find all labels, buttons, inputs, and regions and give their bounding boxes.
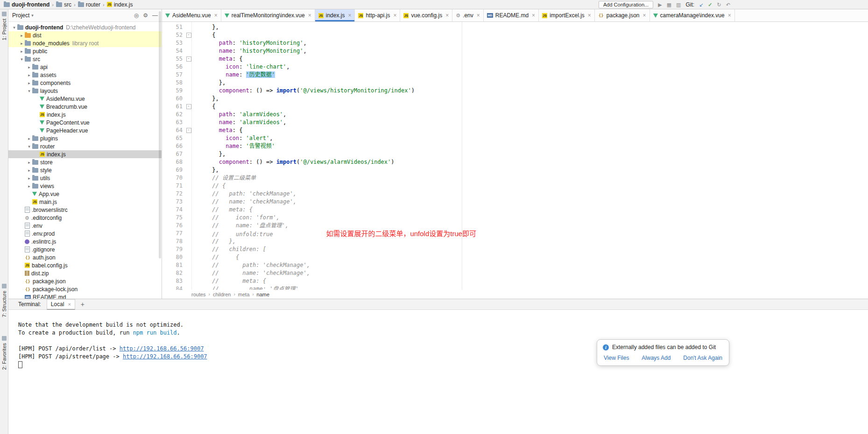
editor-tab[interactable]: importExcel.js×: [539, 9, 595, 21]
terminal-link[interactable]: http://192.168.66.56:9007: [123, 353, 207, 360]
chevron-expanded-icon[interactable]: ▾: [11, 25, 17, 30]
project-scrollbar[interactable]: [159, 11, 161, 259]
line-number[interactable]: 53: [162, 39, 185, 47]
close-tab-icon[interactable]: ×: [532, 12, 535, 19]
tree-item[interactable]: .env: [8, 222, 162, 230]
line-number[interactable]: 84: [162, 285, 185, 290]
tree-item[interactable]: PageHeader.vue: [8, 126, 162, 134]
tree-item[interactable]: ▸plugins: [8, 134, 162, 142]
terminal-output[interactable]: Note that the development build is not o…: [8, 310, 868, 434]
notification-action[interactable]: Always Add: [642, 355, 670, 361]
chevron-collapsed-icon[interactable]: ▸: [26, 160, 32, 165]
line-number[interactable]: 68: [162, 158, 185, 166]
add-configuration-button[interactable]: Add Configuration...: [599, 1, 653, 8]
notification-action[interactable]: View Files: [604, 355, 629, 361]
tree-item[interactable]: ▸node_moduleslibrary root: [8, 39, 162, 47]
chevron-collapsed-icon[interactable]: ▸: [26, 136, 32, 141]
tree-item[interactable]: ▸style: [8, 166, 162, 174]
tree-item[interactable]: .gitignore: [8, 245, 162, 253]
tree-item[interactable]: README.md: [8, 293, 162, 299]
line-number[interactable]: 70: [162, 174, 185, 182]
profiler-icon[interactable]: ▥: [676, 2, 681, 7]
tree-item[interactable]: main.js: [8, 198, 162, 206]
line-number[interactable]: 58: [162, 79, 185, 87]
line-number[interactable]: 67: [162, 150, 185, 158]
chevron-expanded-icon[interactable]: ▾: [26, 89, 32, 93]
tool-window-button-structure[interactable]: 7: Structure: [0, 284, 8, 317]
fold-marker-icon[interactable]: -: [185, 126, 192, 134]
editor-tab[interactable]: cameraManage\index.vue×: [650, 9, 735, 21]
tree-item[interactable]: ▸store: [8, 158, 162, 166]
chevron-collapsed-icon[interactable]: ▸: [26, 81, 32, 85]
tree-item[interactable]: .eslintrc.js: [8, 238, 162, 245]
line-number[interactable]: 75: [162, 214, 185, 222]
line-number[interactable]: 73: [162, 198, 185, 206]
close-tab-icon[interactable]: ×: [348, 12, 351, 19]
tree-item[interactable]: dist.zip: [8, 269, 162, 277]
git-commit-icon[interactable]: ✓: [708, 2, 712, 7]
git-update-icon[interactable]: ↙: [699, 2, 703, 7]
line-number[interactable]: 59: [162, 87, 185, 95]
editor-breadcrumb-item[interactable]: meta: [238, 292, 249, 297]
line-number[interactable]: 76: [162, 222, 185, 230]
line-number[interactable]: 54: [162, 47, 185, 55]
breadcrumb-item[interactable]: router: [78, 1, 100, 8]
chevron-collapsed-icon[interactable]: ▸: [19, 49, 25, 54]
close-tab-icon[interactable]: ×: [308, 12, 311, 19]
breadcrumb-item[interactable]: duoji-frontend: [4, 1, 49, 8]
tool-window-button-project[interactable]: 1: Project: [0, 12, 8, 40]
editor-tab[interactable]: .env×: [452, 9, 484, 21]
editor-tab[interactable]: index.js×: [315, 9, 355, 21]
breadcrumb-item[interactable]: src: [56, 1, 71, 8]
notification-action[interactable]: Don't Ask Again: [683, 355, 722, 361]
git-rollback-icon[interactable]: ↶: [726, 2, 730, 7]
tool-window-button-favorites[interactable]: 2: Favorites: [0, 336, 8, 370]
git-history-icon[interactable]: ↻: [717, 2, 721, 7]
tree-item[interactable]: ▾router: [8, 142, 162, 150]
tree-item[interactable]: ▸public: [8, 47, 162, 55]
chevron-collapsed-icon[interactable]: ▸: [26, 73, 32, 77]
editor-tab[interactable]: package.json×: [595, 9, 650, 21]
line-number[interactable]: 60: [162, 95, 185, 103]
close-tab-icon[interactable]: ×: [445, 12, 449, 19]
chevron-collapsed-icon[interactable]: ▸: [26, 176, 32, 181]
line-number[interactable]: 52: [162, 31, 185, 39]
line-number[interactable]: 55: [162, 55, 185, 63]
editor-tab[interactable]: realTimeMonitoring\index.vue×: [221, 9, 315, 21]
line-number[interactable]: 79: [162, 245, 185, 253]
tree-item[interactable]: ▸assets: [8, 71, 162, 79]
tree-item[interactable]: .browserslistrc: [8, 206, 162, 214]
close-tab-icon[interactable]: ×: [643, 12, 646, 19]
close-tab-icon[interactable]: ×: [393, 12, 396, 19]
line-number[interactable]: 51: [162, 23, 185, 31]
terminal-link[interactable]: http://192.168.66.56:9007: [120, 345, 204, 352]
tree-item[interactable]: AsideMenu.vue: [8, 95, 162, 103]
chevron-collapsed-icon[interactable]: ▸: [26, 168, 32, 173]
line-number[interactable]: 66: [162, 142, 185, 150]
line-number[interactable]: 57: [162, 71, 185, 79]
tree-item[interactable]: index.js: [8, 111, 162, 119]
tree-item[interactable]: .env.prod: [8, 230, 162, 238]
tree-item[interactable]: babel.config.js: [8, 261, 162, 269]
close-tab-icon[interactable]: ×: [477, 12, 480, 19]
line-number[interactable]: 63: [162, 119, 185, 126]
close-tab-icon[interactable]: ×: [214, 12, 218, 19]
line-number[interactable]: 81: [162, 261, 185, 269]
terminal-tab-local[interactable]: Local ×: [47, 299, 75, 310]
editor-breadcrumb-item[interactable]: routes: [191, 292, 206, 297]
fold-marker-icon[interactable]: -: [185, 103, 192, 111]
close-tab-icon[interactable]: ×: [728, 12, 731, 19]
tree-item[interactable]: ▾layouts: [8, 87, 162, 95]
line-number[interactable]: 83: [162, 277, 185, 285]
line-number[interactable]: 61: [162, 103, 185, 111]
editor-breadcrumb-item[interactable]: children: [213, 292, 231, 297]
new-terminal-icon[interactable]: +: [81, 301, 85, 308]
chevron-collapsed-icon[interactable]: ▸: [26, 65, 32, 70]
hide-panel-icon[interactable]: —: [152, 12, 158, 19]
chevron-collapsed-icon[interactable]: ▸: [19, 41, 25, 46]
editor-tab[interactable]: README.md×: [484, 9, 539, 21]
line-number[interactable]: 56: [162, 63, 185, 71]
line-number[interactable]: 80: [162, 253, 185, 261]
tree-item[interactable]: package.json: [8, 277, 162, 285]
breadcrumb-item[interactable]: index.js: [107, 1, 133, 8]
